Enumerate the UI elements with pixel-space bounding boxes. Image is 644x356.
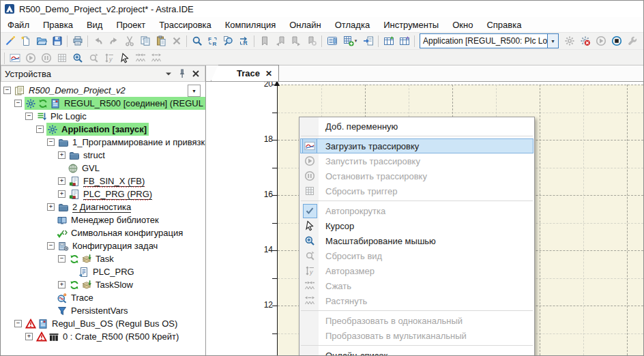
expand-icon[interactable]: + xyxy=(47,203,55,211)
chevron-down-icon[interactable] xyxy=(163,68,174,79)
plc-device-icon xyxy=(38,318,48,329)
context-menu-item-label: Растянуть xyxy=(325,296,367,306)
project-dropdown-button[interactable]: ▼ xyxy=(188,85,201,97)
menubar-item[interactable]: Правка xyxy=(36,18,80,31)
menubar-item[interactable]: Инструменты xyxy=(377,18,445,31)
gridline-v xyxy=(583,85,584,355)
application-combobox[interactable]: Application [REGUL_R500: Plc Logic]▼ xyxy=(420,33,559,48)
open-folder-button[interactable] xyxy=(33,33,49,48)
add-table-button[interactable]: ▾ xyxy=(340,33,360,48)
export-document-button[interactable] xyxy=(360,33,376,48)
tab-trace-label: Trace xyxy=(237,68,260,78)
tree-item[interactable]: Trace xyxy=(1,291,205,304)
menubar-item[interactable]: Отладка xyxy=(328,18,377,31)
collapse-icon[interactable]: − xyxy=(14,320,22,327)
expand-icon[interactable]: + xyxy=(58,190,65,198)
y-axis-label: 14 xyxy=(250,245,273,254)
properties-icon xyxy=(327,35,338,46)
tree-item[interactable]: GVL xyxy=(1,162,205,175)
tree-item[interactable]: +PLC_PRG (PRG) xyxy=(1,188,205,201)
collapse-icon[interactable]: − xyxy=(58,255,65,263)
context-menu-icon-column: y xyxy=(300,265,319,276)
context-menu-item[interactable]: Масштабирование мышью xyxy=(300,233,533,248)
menubar-item[interactable]: Справка xyxy=(480,18,528,31)
replace-in-project-button[interactable]: R xyxy=(236,33,252,48)
save-button[interactable] xyxy=(49,33,65,48)
expand-icon[interactable]: + xyxy=(25,333,33,340)
watch-list-alt-button[interactable] xyxy=(396,33,412,48)
paste-button[interactable] xyxy=(153,33,169,48)
search-button[interactable] xyxy=(189,33,205,48)
collapse-icon[interactable]: − xyxy=(14,100,22,107)
close-icon[interactable] xyxy=(190,68,201,79)
context-menu-item: Сбросить вид xyxy=(300,248,533,263)
collapse-icon[interactable]: − xyxy=(47,138,55,146)
magic-wand-button[interactable] xyxy=(2,33,18,48)
combobox-dropdown-icon[interactable]: ▼ xyxy=(547,34,558,48)
cursor-icon xyxy=(304,220,315,231)
task-icon xyxy=(81,254,92,265)
expand-icon[interactable]: + xyxy=(58,281,65,288)
collapse-icon[interactable]: − xyxy=(25,113,33,120)
watch-list-button[interactable] xyxy=(381,33,396,48)
expand-icon[interactable]: + xyxy=(58,151,65,159)
menubar-item[interactable]: Окно xyxy=(445,18,480,31)
new-document-icon xyxy=(20,35,31,46)
menubar-item[interactable]: Файл xyxy=(1,18,36,31)
tree-item[interactable]: −Plc Logic xyxy=(1,110,205,123)
tree-item[interactable]: +0 : Crate_R500 (R500 Крейт) xyxy=(1,330,205,343)
print-button[interactable] xyxy=(70,33,85,48)
context-menu-item[interactable]: Онлайн-список... xyxy=(300,348,533,356)
devices-panel-header: Устройства xyxy=(1,65,205,82)
tab-trace[interactable]: Trace ✕ xyxy=(211,65,279,81)
tree-item[interactable]: −Regul_Bus_OS (Regul Bus OS) xyxy=(1,317,205,330)
find-replace-button[interactable]: FR xyxy=(205,33,220,48)
tree-item[interactable]: −1_Программирование и привязка xyxy=(1,136,205,149)
tree-item[interactable]: PLC_PRG xyxy=(1,265,205,278)
context-menu-item[interactable]: Курсор xyxy=(300,218,533,233)
tree-item[interactable]: +TaskSlow xyxy=(1,278,205,291)
tree-item[interactable]: Символьная конфигурация xyxy=(1,226,205,239)
project-icon xyxy=(14,85,25,96)
y-axis-tick xyxy=(272,168,277,168)
bookmark-clear-icon xyxy=(306,35,317,46)
pin-icon[interactable] xyxy=(177,68,188,79)
copy-button[interactable] xyxy=(137,33,153,48)
expand-icon[interactable]: + xyxy=(58,177,65,185)
cursor-button[interactable] xyxy=(117,50,132,65)
trace-config-button[interactable] xyxy=(7,50,23,65)
menubar-item[interactable]: Компиляция xyxy=(218,18,282,31)
bookmark-next-button xyxy=(288,33,304,48)
tab-close-icon[interactable]: ✕ xyxy=(265,69,272,78)
tree-item[interactable]: −R500_Demo_Project_v2▼ xyxy=(1,84,205,97)
collapse-icon[interactable]: − xyxy=(3,87,11,94)
logout-gear-button[interactable] xyxy=(577,33,593,48)
context-menu-item-label: Масштабирование мышью xyxy=(325,236,436,246)
tree-item[interactable]: −Конфигурация задач xyxy=(1,239,205,252)
tree-item[interactable]: +struct xyxy=(1,149,205,162)
context-menu-item[interactable]: Загрузить трассировку xyxy=(300,138,533,153)
menubar-item[interactable]: Вид xyxy=(80,18,110,31)
stop-button[interactable] xyxy=(609,33,624,48)
context-menu-item-label: Пробразовать в мультиканальный xyxy=(325,331,467,341)
collapse-icon[interactable]: − xyxy=(36,125,44,133)
tree-item[interactable]: −Application [запуск] xyxy=(1,123,205,136)
zoom-mouse-button[interactable] xyxy=(70,50,85,65)
collapse-icon[interactable]: − xyxy=(47,242,55,250)
tree-item[interactable]: −REGUL_R500 [соединен] (REGUL R500 71 xyxy=(1,97,205,110)
properties-button[interactable] xyxy=(324,33,340,48)
tree-item[interactable]: PersistentVars xyxy=(1,304,205,317)
tree-item[interactable]: Менеджер библиотек xyxy=(1,213,205,226)
menubar-item[interactable]: Проект xyxy=(109,18,152,31)
tree-item[interactable]: −Task xyxy=(1,252,205,265)
menubar-item[interactable]: Трассировка xyxy=(152,18,218,31)
context-menu-item-label: Остановить трассировку xyxy=(325,171,427,181)
new-document-button[interactable] xyxy=(18,33,33,48)
find-in-project-button[interactable] xyxy=(220,33,236,48)
tree-item[interactable]: +2 Диагностика xyxy=(1,201,205,213)
pou-call-icon xyxy=(78,267,89,278)
context-menu-item[interactable]: Доб. переменную xyxy=(300,119,533,134)
toolbar-separator xyxy=(67,35,68,47)
tree-item[interactable]: +FB_SIN_X (FB) xyxy=(1,175,205,188)
menubar-item[interactable]: Онлайн xyxy=(282,18,328,31)
